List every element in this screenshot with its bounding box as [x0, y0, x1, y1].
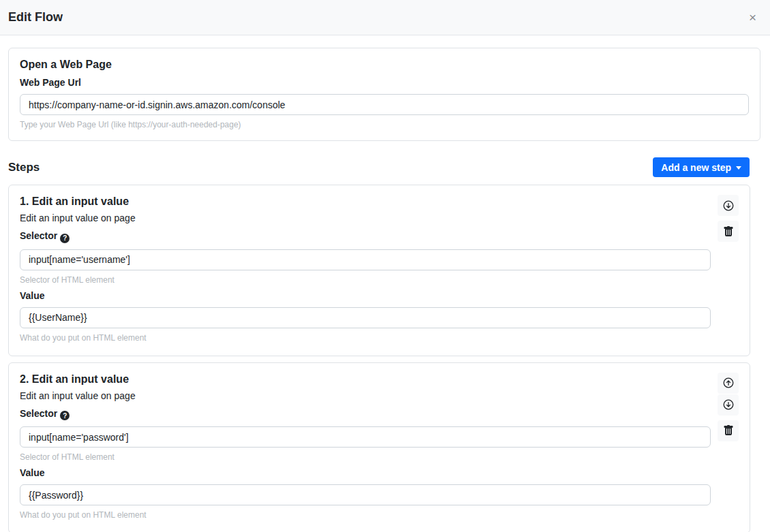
value-label: Value [20, 290, 711, 301]
delete-step-button[interactable] [718, 221, 739, 242]
modal-title: Edit Flow [8, 10, 63, 25]
value-input[interactable] [20, 307, 711, 328]
value-help: What do you put on HTML element [20, 333, 711, 343]
step-subtitle: Edit an input value on page [20, 390, 739, 401]
move-step-up-button[interactable] [718, 373, 739, 394]
chevron-down-icon [736, 166, 741, 170]
step-1-form: Selector? Selector of HTML element Value… [20, 230, 711, 343]
trash-icon [723, 425, 734, 436]
help-icon[interactable]: ? [60, 411, 70, 420]
step-1-actions [718, 195, 739, 242]
steps-list: 1. Edit an input value Edit an input val… [8, 185, 760, 532]
modal-header: Edit Flow × [0, 0, 770, 35]
value-help: What do you put on HTML element [20, 510, 711, 520]
selector-input[interactable] [20, 426, 711, 448]
step-title: 2. Edit an input value [20, 373, 739, 386]
open-web-page-card: Open a Web Page Web Page Url Type your W… [8, 48, 760, 141]
selector-help: Selector of HTML element [20, 275, 711, 285]
selector-label-text: Selector [20, 408, 57, 419]
web-page-url-label: Web Page Url [20, 77, 749, 88]
modal-body: Open a Web Page Web Page Url Type your W… [0, 35, 770, 532]
selector-label-text: Selector [20, 230, 57, 241]
step-card-1: 1. Edit an input value Edit an input val… [8, 185, 750, 356]
selector-help: Selector of HTML element [20, 452, 711, 462]
step-title: 1. Edit an input value [20, 195, 739, 208]
step-card-2: 2. Edit an input value Edit an input val… [8, 362, 750, 532]
step-subtitle: Edit an input value on page [20, 213, 739, 223]
add-new-step-button[interactable]: Add a new step [653, 157, 750, 177]
selector-input[interactable] [20, 249, 711, 270]
steps-heading: Steps [8, 161, 40, 174]
selector-label: Selector? [20, 230, 711, 243]
arrow-up-circle-icon [723, 377, 734, 388]
value-label: Value [20, 467, 711, 478]
move-step-down-button[interactable] [718, 195, 739, 216]
step-2-form: Selector? Selector of HTML element Value… [20, 408, 711, 520]
open-web-page-title: Open a Web Page [20, 59, 749, 71]
step-2-actions [718, 373, 739, 441]
help-icon[interactable]: ? [60, 234, 70, 243]
add-new-step-label: Add a new step [661, 162, 731, 173]
close-icon[interactable]: × [746, 10, 759, 25]
move-step-down-button[interactable] [718, 394, 739, 416]
delete-step-button[interactable] [718, 420, 739, 441]
selector-label: Selector? [20, 408, 711, 421]
steps-header-row: Steps Add a new step [8, 157, 760, 177]
web-page-url-input[interactable] [20, 94, 749, 115]
web-page-url-help: Type your Web Page Url (like https://you… [20, 120, 749, 129]
trash-icon [723, 226, 734, 237]
value-input[interactable] [20, 484, 711, 505]
edit-flow-modal: Edit Flow × Open a Web Page Web Page Url… [0, 0, 770, 532]
arrow-down-circle-icon [723, 399, 734, 410]
arrow-down-circle-icon [723, 200, 734, 211]
